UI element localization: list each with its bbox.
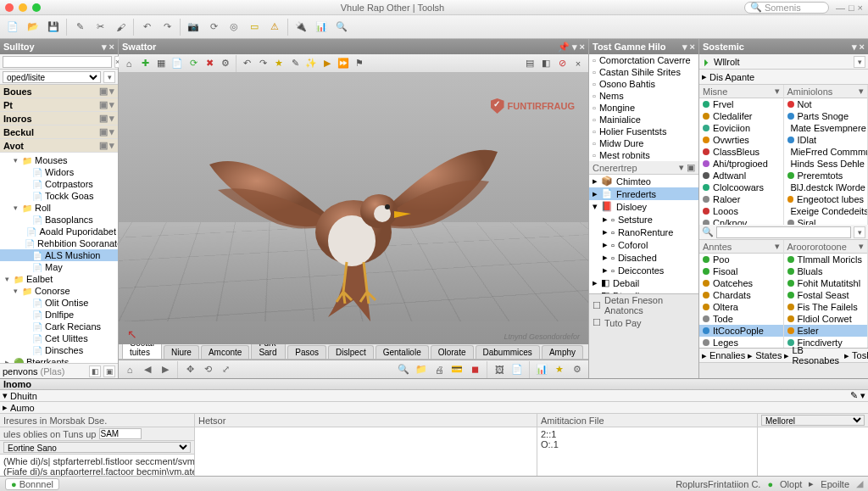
list-item[interactable]: Mate Esvempnere <box>784 122 868 134</box>
list-item[interactable]: BlJ.destck IWorde <box>784 181 868 193</box>
left-foot-btn1[interactable]: ◧ <box>89 365 101 377</box>
bt-folder-button[interactable]: 📁 <box>414 362 429 377</box>
console-log-select[interactable]: Eortine Sano <box>3 442 191 453</box>
status-link[interactable]: RoplursFrintatiion C. <box>676 479 760 489</box>
save-button[interactable]: 💾 <box>44 18 63 36</box>
tree-item[interactable]: 📄Cark Recians <box>0 321 118 332</box>
vp-flag-button[interactable]: ⚑ <box>352 56 367 71</box>
list-item[interactable]: Fisoal <box>699 265 783 277</box>
list-item[interactable]: Tode <box>699 313 783 325</box>
list-item[interactable]: ▸▫Setsture <box>589 213 698 226</box>
list-item[interactable]: ▫Holier Fusentsts <box>589 126 698 137</box>
list-item[interactable]: ▾📕Disloey <box>589 200 698 213</box>
console-tab[interactable]: Amconte <box>201 345 249 359</box>
bt-card-button[interactable]: 💳 <box>449 362 465 377</box>
zoom-window-button[interactable] <box>32 3 41 12</box>
list-item[interactable]: ▫Mest robnits <box>589 149 698 161</box>
list-item[interactable]: ▫Mongine <box>589 102 698 114</box>
checkbox-icon[interactable]: ☐ <box>593 300 601 311</box>
list-item[interactable]: Engeotoct lubes <box>784 193 868 205</box>
list-item[interactable]: Looos <box>699 205 783 217</box>
left-mode-select[interactable]: oped/lisite <box>3 71 101 83</box>
cut-button[interactable]: ✂ <box>91 18 109 36</box>
console-tab[interactable]: Olorate <box>431 345 474 359</box>
close-window-button[interactable] <box>5 3 14 12</box>
status-link[interactable]: Olopt <box>780 479 802 489</box>
camera-button[interactable]: 📷 <box>184 18 203 36</box>
list-item[interactable]: ▸📦Chimteo <box>589 175 698 187</box>
vp-star-button[interactable]: ★ <box>271 56 287 71</box>
vp-refresh-button[interactable]: ⟳ <box>186 56 201 71</box>
tree-item[interactable]: 📄Olit Ontise <box>0 297 118 309</box>
brush-button[interactable]: 🖌 <box>111 18 130 36</box>
list-item[interactable]: Adtwanl <box>699 170 783 181</box>
vp-pencil-button[interactable]: ✎ <box>287 56 303 71</box>
list-item[interactable]: IDlat <box>784 134 868 146</box>
list-item[interactable]: ▫Midw Dure <box>589 137 698 149</box>
console-tab[interactable]: Niure <box>164 345 199 359</box>
status-link[interactable]: Epoilte <box>821 479 849 489</box>
tree-item[interactable]: 📄ALS Mushion <box>0 249 118 261</box>
list-item[interactable]: ▸▫Disached <box>589 251 698 264</box>
vp-ff-button[interactable]: ⏩ <box>336 56 351 71</box>
vp-gear-button[interactable]: ⚙ <box>218 56 233 71</box>
list-item[interactable]: ▸📄Fnrederts <box>589 187 698 200</box>
console-field-input[interactable] <box>99 428 142 439</box>
vp-add-button[interactable]: ✚ <box>137 56 153 71</box>
tree-item[interactable]: 📄Rehbition Sooranates <box>0 237 118 249</box>
list-item[interactable]: Hinds Sess Dehle <box>784 158 868 170</box>
viewport-menu-icon[interactable]: ▾ <box>572 42 577 53</box>
panel-menu-icon[interactable]: ▾ <box>102 42 107 53</box>
tree-item[interactable]: 📄Widors <box>0 166 118 178</box>
list-item[interactable]: Oatcehes <box>699 277 783 289</box>
list-item[interactable]: Preremtots <box>784 170 868 181</box>
list-item[interactable]: Clolcoowars <box>699 181 783 193</box>
tab-link[interactable]: States <box>755 350 782 360</box>
tree-section[interactable]: Pt▣▾ <box>0 98 118 112</box>
tree-section[interactable]: Beckul▣▾ <box>0 126 118 139</box>
undo-button[interactable]: ↶ <box>137 18 156 36</box>
bt-star-button[interactable]: ★ <box>552 362 567 377</box>
tab-link[interactable]: Tosk <box>852 350 868 360</box>
search-input[interactable]: 🔍Somenis <box>744 2 829 14</box>
list-item[interactable]: Fostal Seast <box>784 289 868 301</box>
bt-print-button[interactable]: 🖨 <box>431 362 447 377</box>
vp-cancel-button[interactable]: ⊘ <box>554 56 570 71</box>
tab-link[interactable]: Ennalies <box>709 350 745 360</box>
minimize-window-button[interactable] <box>19 3 27 12</box>
list-item[interactable]: ▫Nems <box>589 90 698 102</box>
plugin-button[interactable]: 🔌 <box>292 18 310 36</box>
vp-redo-button[interactable]: ↷ <box>255 56 270 71</box>
list-item[interactable]: Fohit Mutatitshl <box>784 277 868 289</box>
list-item[interactable]: ▸▫RanoRenture <box>589 226 698 238</box>
bt-chart-button[interactable]: 📊 <box>534 362 549 377</box>
vp-wand-button[interactable]: ✨ <box>303 56 319 71</box>
list-item[interactable]: Frvel <box>699 98 783 110</box>
tree-item[interactable]: 📄Aoald Puporidabet <box>0 226 118 237</box>
list-item[interactable]: ▫Comorctation Caverre <box>589 54 698 66</box>
list-item[interactable]: ▸▫Coforol <box>589 238 698 251</box>
minimize-icon[interactable]: — <box>836 3 845 13</box>
console-tab[interactable]: Amphy <box>542 345 583 359</box>
left-foot-btn2[interactable]: ▣ <box>103 365 115 377</box>
vp-close-button[interactable]: × <box>570 56 586 71</box>
list-item[interactable]: Exeige Condedeits <box>784 205 868 217</box>
maximize-icon[interactable]: □ <box>849 3 854 13</box>
console-tab[interactable]: Pasos <box>287 345 326 359</box>
bt-red-button[interactable]: ◼ <box>467 362 482 377</box>
console-edit-icon[interactable]: ✎ <box>850 390 858 401</box>
close-icon[interactable]: × <box>858 3 863 13</box>
viewport-close-icon[interactable]: × <box>580 42 585 53</box>
list-item[interactable]: ▸▫Deiccontes <box>589 264 698 276</box>
list-item[interactable]: ▫Osono Bahtis <box>589 78 698 90</box>
tree-item[interactable]: ▾📁Ealbet <box>0 273 118 285</box>
list-item[interactable]: Fis The Failels <box>784 301 868 313</box>
bt-scale-button[interactable]: ⤢ <box>218 362 233 377</box>
vp-home-button[interactable]: ⌂ <box>121 56 136 71</box>
list-item[interactable]: Poo <box>699 254 783 265</box>
props-opts-button[interactable]: ▾ <box>854 56 865 68</box>
tree-item[interactable]: 📄Cet Ulittes <box>0 332 118 344</box>
warning-button[interactable]: ⚠ <box>265 18 284 36</box>
list-item[interactable]: ItCocoPople <box>699 325 783 337</box>
new-file-button[interactable]: 📄 <box>3 18 22 36</box>
